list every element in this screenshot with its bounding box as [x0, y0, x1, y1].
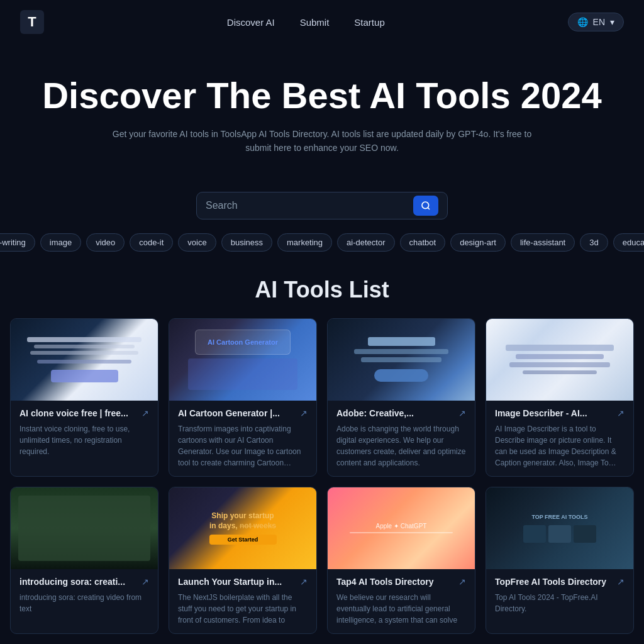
tool-description: Instant voice cloning, free to use, unli…: [19, 423, 149, 457]
tool-card[interactable]: AI clone voice free | free... ↗ Instant …: [10, 318, 158, 477]
external-link-icon: ↗: [142, 408, 149, 418]
nav-links: Discover AI Submit Startup: [227, 17, 385, 28]
tag-video[interactable]: video: [86, 233, 125, 252]
external-link-icon: ↗: [300, 577, 308, 587]
tool-card[interactable]: Adobe: Creative,... ↗ Adobe is changing …: [327, 318, 475, 477]
external-link-icon: ↗: [458, 577, 466, 587]
hero-subtitle: Get your favorite AI tools in ToolsApp A…: [108, 127, 536, 155]
tool-description: AI Image Describer is a tool to Describe…: [495, 423, 625, 469]
logo[interactable]: T: [20, 10, 44, 34]
tool-thumbnail: Ship your startupin days, not weeks Get …: [169, 487, 316, 569]
tool-card-body: AI clone voice free | free... ↗ Instant …: [11, 401, 158, 465]
tag-image[interactable]: image: [40, 233, 81, 252]
tool-title: AI clone voice free | free...: [19, 408, 128, 418]
svg-line-1: [428, 208, 430, 209]
tools-grid: AI clone voice free | free... ↗ Instant …: [0, 318, 644, 644]
tags-row: text-writing image video code-it voice b…: [0, 233, 644, 270]
tag-life-assistant[interactable]: life-assistant: [511, 233, 575, 252]
tag-business[interactable]: business: [221, 233, 272, 252]
hero-title: Discover The Best AI Tools 2024: [20, 75, 624, 116]
tool-thumbnail: AI Cartoon Generator: [169, 319, 316, 401]
tag-3d[interactable]: 3d: [580, 233, 608, 252]
tool-description: Transform images into captivating cartoo…: [178, 423, 308, 469]
lang-label: EN: [593, 17, 605, 27]
globe-icon: 🌐: [577, 17, 588, 27]
tool-card[interactable]: TOP FREE AI TOOLS TopFree AI Tools Direc…: [486, 487, 634, 634]
tool-title: Tap4 AI Tools Directory: [336, 577, 434, 587]
external-link-icon: ↗: [617, 408, 625, 418]
tool-description: Top AI Tools 2024 - TopFree.AI Directory…: [495, 592, 625, 614]
tool-thumbnail: [11, 487, 158, 569]
tool-card[interactable]: Ship your startupin days, not weeks Get …: [169, 487, 317, 634]
navbar: T Discover AI Submit Startup 🌐 EN ▾: [0, 0, 644, 44]
tag-code-it[interactable]: code-it: [130, 233, 173, 252]
tag-text-writing[interactable]: text-writing: [0, 233, 35, 252]
tool-card[interactable]: Image Describer - AI... ↗ AI Image Descr…: [486, 318, 634, 477]
tool-card-body: introducing sora: creati... ↗ introducin…: [11, 569, 158, 622]
tag-design-art[interactable]: design-art: [450, 233, 506, 252]
tool-card-body: AI Cartoon Generator |... ↗ Transform im…: [169, 401, 316, 476]
tool-title: TopFree AI Tools Directory: [495, 577, 606, 587]
tag-ai-detector[interactable]: ai-detector: [337, 233, 394, 252]
tool-title: Image Describer - AI...: [495, 408, 587, 418]
tool-thumbnail: [486, 319, 633, 401]
tool-description: Adobe is changing the world through digi…: [336, 423, 466, 469]
tool-card-body: Tap4 AI Tools Directory ↗ We believe our…: [328, 569, 475, 633]
tool-card-body: Image Describer - AI... ↗ AI Image Descr…: [486, 401, 633, 476]
section-title: AI Tools List: [0, 277, 644, 303]
search-box: [196, 192, 448, 219]
svg-point-0: [422, 202, 429, 209]
tool-description: introducing sora: creating video from te…: [19, 592, 149, 614]
tool-title: Adobe: Creative,...: [336, 408, 414, 418]
chevron-down-icon: ▾: [610, 17, 614, 27]
hero-section: Discover The Best AI Tools 2024 Get your…: [0, 44, 644, 192]
tag-voice[interactable]: voice: [178, 233, 216, 252]
tool-title: introducing sora: creati...: [19, 577, 125, 587]
tool-card-body: Adobe: Creative,... ↗ Adobe is changing …: [328, 401, 475, 476]
search-container: [0, 192, 644, 219]
search-button[interactable]: [413, 196, 438, 216]
tag-chatbot[interactable]: chatbot: [400, 233, 446, 252]
tool-card-body: Launch Your Startup in... ↗ The NextJS b…: [169, 569, 316, 633]
tool-card[interactable]: introducing sora: creati... ↗ introducin…: [10, 487, 158, 634]
tool-card-body: TopFree AI Tools Directory ↗ Top AI Tool…: [486, 569, 633, 622]
tool-card[interactable]: Apple ✦ ChatGPT Tap4 AI Tools Directory …: [327, 487, 475, 634]
tool-thumbnail: Apple ✦ ChatGPT: [328, 487, 475, 569]
language-selector[interactable]: 🌐 EN ▾: [568, 13, 624, 31]
nav-submit[interactable]: Submit: [300, 17, 330, 28]
external-link-icon: ↗: [300, 408, 308, 418]
tool-description: We believe our research will eventually …: [336, 592, 466, 626]
tool-description: The NextJS boilerplate with all the stuf…: [178, 592, 308, 626]
tool-thumbnail: TOP FREE AI TOOLS: [486, 487, 633, 569]
nav-discover[interactable]: Discover AI: [227, 17, 275, 28]
tool-thumbnail: [11, 319, 158, 401]
external-link-icon: ↗: [142, 577, 149, 587]
external-link-icon: ↗: [458, 408, 466, 418]
tag-education[interactable]: education: [613, 233, 644, 252]
tool-title: Launch Your Startup in...: [178, 577, 282, 587]
tag-marketing[interactable]: marketing: [277, 233, 332, 252]
tool-title: AI Cartoon Generator |...: [178, 408, 280, 418]
search-input[interactable]: [206, 192, 413, 219]
tool-thumbnail: [328, 319, 475, 401]
nav-startup[interactable]: Startup: [354, 17, 384, 28]
tool-card[interactable]: AI Cartoon Generator AI Cartoon Generato…: [169, 318, 317, 477]
external-link-icon: ↗: [617, 577, 625, 587]
